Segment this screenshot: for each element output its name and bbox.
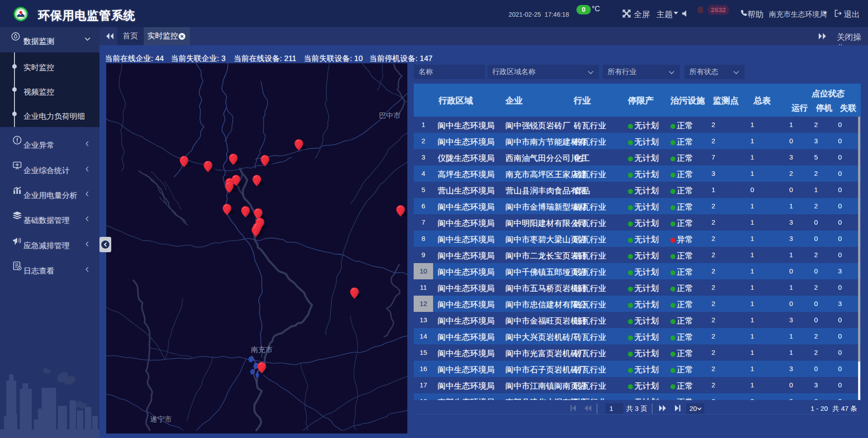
svg-text:巴中市: 巴中市 xyxy=(379,112,401,119)
svg-text:南充市: 南充市 xyxy=(251,346,273,353)
svg-text:遂宁市: 遂宁市 xyxy=(150,415,172,423)
